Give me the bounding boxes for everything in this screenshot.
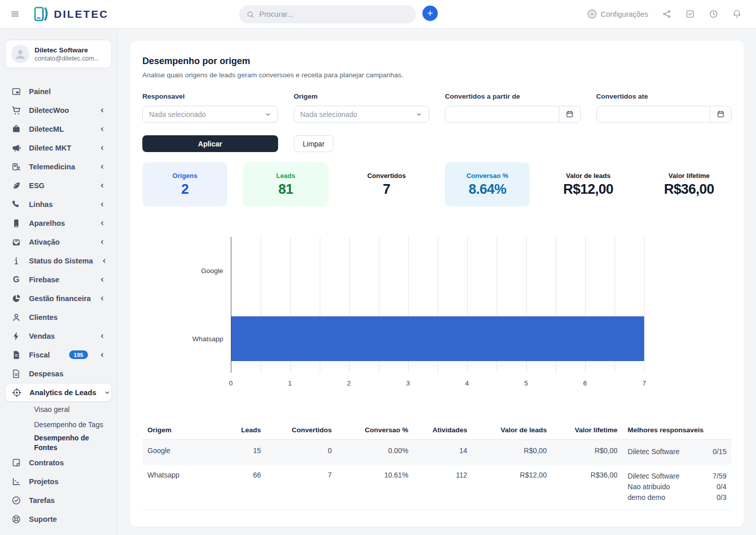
sidebar-subitem-visao-geral[interactable]: Visao geral <box>5 402 112 417</box>
origem-select[interactable]: Nada selecionado <box>294 106 430 123</box>
search-icon <box>246 10 255 19</box>
sidebar-item-contratos[interactable]: Contratos <box>5 454 112 472</box>
sidebar-item-label: Projetos <box>29 478 58 486</box>
chevron-down-icon <box>415 111 422 118</box>
responsavel-name: demo demo <box>628 492 666 503</box>
file-lines-icon <box>11 350 21 360</box>
sidebar-item-telemedicina[interactable]: Telemedicina <box>5 157 112 176</box>
stat-value: 2 <box>181 182 189 197</box>
stat-label: Valor lifetime <box>669 172 710 180</box>
telemedicine-icon <box>11 162 21 172</box>
sidebar-item-esg[interactable]: ESG <box>5 176 112 195</box>
sidebar-item-tarefas[interactable]: Tarefas <box>5 491 112 510</box>
sidebar-item-clientes[interactable]: Clientes <box>5 308 112 326</box>
settings-button[interactable]: Configurações <box>587 9 649 19</box>
stat-card-leads: Leads81 <box>243 162 328 206</box>
cell-valor-de-leads: R$12,00 <box>472 464 552 510</box>
sidebar-item-linhas[interactable]: Linhas <box>5 195 112 214</box>
converted-from-calendar-button[interactable] <box>559 106 580 122</box>
responsavel-select[interactable]: Nada selecionado <box>142 106 278 123</box>
contract-icon <box>11 458 21 468</box>
calendar-icon <box>565 110 574 118</box>
brand-name: DILETEC <box>54 8 108 20</box>
sidebar-item-label: Diletec MKT <box>29 144 71 152</box>
sidebar-item-painel[interactable]: Painel <box>5 82 112 101</box>
lifebuoy-icon <box>11 514 21 524</box>
sidebar-item-diletecwoo[interactable]: DiletecWoo <box>5 101 112 120</box>
sidebar-item-diletec-mkt[interactable]: Diletec MKT <box>5 138 112 157</box>
stat-label: Leads <box>276 172 295 180</box>
sidebar-item-fiscal[interactable]: Fiscal195 <box>5 345 112 364</box>
topbar: DILETEC Configurações <box>0 0 756 28</box>
chevron-left-icon <box>99 220 106 227</box>
sidebar-item-analytics-de-leads[interactable]: Analytics de Leads <box>5 383 112 402</box>
converted-to-calendar-button[interactable] <box>710 106 731 122</box>
cell-conversao-: 0.00% <box>337 440 413 464</box>
notifications-button[interactable] <box>732 9 742 19</box>
origins-table: OrigemLeadsConvertidosConversao %Ativida… <box>142 421 732 510</box>
chart-x-tick: 2 <box>347 379 351 387</box>
gear-icon <box>587 9 597 19</box>
converted-to-label: Convertidos ate <box>596 93 732 100</box>
origem-select-value: Nada selecionado <box>300 110 357 118</box>
chart-x-tick: 3 <box>406 379 410 387</box>
sidebar-item-aparelhos[interactable]: Aparelhos <box>5 214 112 232</box>
sidebar-item-gestao-financeira[interactable]: Gestão financeira <box>5 289 112 308</box>
responsavel-row: Nao atribuido0/4 <box>628 482 727 492</box>
brand-logo[interactable]: DILETEC <box>33 6 108 23</box>
sidebar-item-label: Clientes <box>29 313 57 321</box>
chevron-down-icon <box>104 389 111 396</box>
chart-y-labels: GoogleWhatsapp <box>142 237 231 373</box>
filter-actions: Aplicar Limpar <box>142 135 732 152</box>
sidebar-item-firebase[interactable]: GFirebase <box>5 270 112 289</box>
apply-button[interactable]: Aplicar <box>142 135 278 152</box>
page-subtitle: Analise quais origens de leads geram con… <box>142 71 732 79</box>
panel-icon <box>11 86 21 97</box>
converted-from-label: Convertidos a partir de <box>445 93 581 100</box>
chevron-left-icon <box>101 257 108 264</box>
tasks-button[interactable] <box>685 9 695 19</box>
person-icon <box>14 47 27 61</box>
sidebar-item-label: DiletecML <box>29 125 64 133</box>
search-input[interactable] <box>259 10 409 18</box>
sidebar-item-label: Contratos <box>29 459 64 467</box>
profile-card[interactable]: Diletec Software contato@diletec.com... <box>5 40 112 68</box>
count-badge: 195 <box>69 350 88 359</box>
stat-value: R$12,00 <box>563 182 614 197</box>
sidebar-item-despesas[interactable]: Despesas <box>5 364 112 383</box>
svg-text:G: G <box>13 275 20 284</box>
history-button[interactable] <box>709 9 718 19</box>
chart-x-tick: 5 <box>524 379 528 387</box>
converted-to-input[interactable] <box>597 106 710 122</box>
converted-from-input[interactable] <box>445 106 559 122</box>
sidebar-item-status-do-sistema[interactable]: Status do Sistema <box>5 251 112 270</box>
page-title: Desempenho por origem <box>142 56 732 67</box>
clear-button[interactable]: Limpar <box>294 135 334 152</box>
sidebar-item-vendas[interactable]: Vendas <box>5 326 112 345</box>
sidebar-subitem-desempenho-de-fontes[interactable]: Desempenho de Fontes <box>5 432 112 454</box>
menu-button[interactable] <box>10 9 20 19</box>
add-button[interactable] <box>422 6 438 21</box>
sidebar-item-suporte[interactable]: Suporte <box>5 510 112 529</box>
cell-convertidos: 7 <box>266 464 337 510</box>
sidebar-item-ativacao[interactable]: Ativação <box>5 232 112 251</box>
search-bar[interactable] <box>239 5 416 23</box>
responsavel-name: Nao atribuido <box>628 482 670 492</box>
column-header-origem: Origem <box>142 421 213 440</box>
sidebar-item-diletecml[interactable]: DiletecML <box>5 120 112 138</box>
responsavel-ratio: 0/4 <box>717 482 727 492</box>
responsavel-name: Diletec Software <box>628 447 680 457</box>
sidebar-subitem-desempenho-de-tags[interactable]: Desempenho de Tags <box>5 417 112 432</box>
chart-band-google <box>231 237 644 305</box>
chart-plot <box>231 237 644 373</box>
cell-melhores-responsaveis: Diletec Software7/59Nao atribuido0/4demo… <box>623 464 732 510</box>
column-header-valor-lifetime: Valor lifetime <box>552 421 622 440</box>
profile-email: contato@diletec.com... <box>35 55 99 62</box>
sidebar-item-label: Painel <box>29 87 51 96</box>
sidebar-item-projetos[interactable]: Projetos <box>5 472 112 491</box>
chevron-left-icon <box>99 276 106 283</box>
share-button[interactable] <box>662 9 672 19</box>
cell-leads: 15 <box>213 440 266 464</box>
sidebar-nav: PainelDiletecWooDiletecMLDiletec MKTTele… <box>5 82 112 529</box>
stats-row: Origens2Leads81Convertidos7Conversao %8.… <box>142 162 732 206</box>
